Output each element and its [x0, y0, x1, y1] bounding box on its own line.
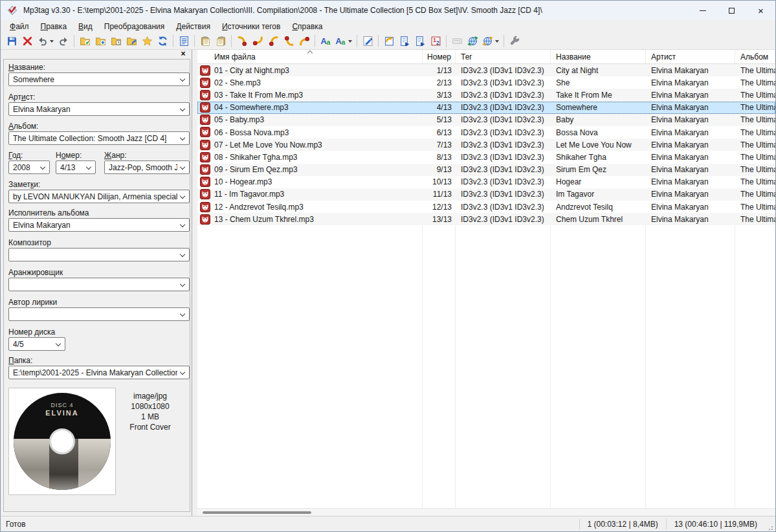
comment-combobox[interactable]: by LEVON MANUKYAN Dilijan, Armenia speci… — [8, 190, 190, 203]
album-art[interactable]: DISC 4 ELVINA — [8, 388, 116, 495]
menu-actions[interactable]: Действия — [170, 21, 216, 32]
column-header-3[interactable]: Тег — [456, 50, 551, 63]
menu-file[interactable]: Файл — [4, 21, 35, 32]
convert-tag-tag-icon[interactable] — [296, 34, 312, 49]
dropdown-arrow-icon[interactable] — [50, 40, 54, 43]
favorite-directories-icon[interactable] — [139, 34, 155, 49]
create-playlist-icon[interactable] — [397, 34, 412, 49]
file-row-7[interactable]: 07 - Let Me Love You Now.mp37/13ID3v2.3 … — [197, 139, 775, 151]
dropdown-arrow-icon[interactable] — [348, 40, 352, 43]
convert-textfile-tag-icon[interactable] — [281, 34, 296, 49]
svg-text:a: a — [342, 38, 346, 46]
column-label: Альбом — [740, 52, 768, 61]
file-cell: 02 - She.mp3 — [197, 76, 423, 89]
column-header-5[interactable]: Артист — [646, 50, 735, 63]
track-cell: 4/13 — [423, 102, 456, 114]
add-directory-icon[interactable] — [93, 34, 108, 49]
file-row-2[interactable]: 02 - She.mp32/13ID3v2.3 (ID3v1 ID3v2.3)S… — [197, 76, 775, 89]
convert-filename-tag-icon[interactable] — [250, 34, 265, 49]
year-combobox[interactable]: 2008 — [8, 161, 50, 174]
track-value: 4/13 — [60, 163, 83, 172]
file-row-5[interactable]: 05 - Baby.mp35/13ID3v2.3 (ID3v1 ID3v2.3)… — [197, 114, 775, 126]
maximize-button[interactable] — [717, 1, 746, 20]
column-header-2[interactable]: Номер — [423, 50, 456, 63]
file-row-12[interactable]: 12 - Andzrevot Tesilq.mp312/13ID3v2.3 (I… — [197, 201, 775, 213]
panel-splitter[interactable] — [193, 50, 197, 516]
import-directory-icon[interactable] — [124, 34, 139, 49]
save-tag-icon[interactable] — [4, 34, 19, 49]
track-cell: 12/13 — [423, 201, 456, 213]
menu-help[interactable]: Справка — [286, 21, 328, 32]
convert-filename-filename-icon[interactable] — [265, 34, 281, 49]
file-row-4[interactable]: 04 - Somewhere.mp34/13ID3v2.3 (ID3v1 ID3… — [197, 102, 775, 114]
extended-tags-icon[interactable] — [176, 34, 192, 49]
mp3-file-icon — [200, 65, 210, 76]
file-row-1[interactable]: 01 - City at Night.mp31/13ID3v2.3 (ID3v1… — [197, 64, 775, 76]
column-header-1[interactable]: Имя файла — [197, 50, 423, 63]
export-icon[interactable] — [381, 34, 397, 49]
album-combobox[interactable]: The Ultimate Collection: Smooth Jazz [CD… — [8, 131, 190, 145]
album-cell: The Ultimate Collection: Smooth Jazz [CD… — [735, 126, 775, 139]
dropdown-arrow-icon[interactable] — [495, 40, 499, 43]
minimize-button[interactable] — [688, 1, 717, 20]
file-row-6[interactable]: 06 - Bossa Nova.mp36/13ID3v2.3 (ID3v1 ID… — [197, 126, 775, 139]
menu-tag-sources[interactable]: Источники тегов — [216, 21, 286, 32]
arranger-combobox[interactable] — [8, 278, 190, 291]
genre-combobox[interactable]: Jazz-Pop, Smooth Jazz — [104, 161, 190, 174]
tag-panel: × Название:SomewhereАртист:Elvina Makary… — [1, 50, 192, 516]
paste-tag-icon[interactable] — [213, 34, 228, 49]
disc-label-line2: ELVINA — [14, 409, 111, 417]
tag-cell: ID3v2.3 (ID3v1 ID3v2.3) — [456, 102, 551, 114]
maximize-icon — [729, 8, 735, 14]
tag-panel-close-button[interactable]: × — [179, 50, 188, 59]
redo-icon[interactable] — [56, 34, 71, 49]
options-icon[interactable] — [507, 34, 522, 49]
composer-combobox[interactable] — [8, 248, 190, 261]
recent-directories-icon[interactable] — [108, 34, 124, 49]
track-cell: 6/13 — [423, 126, 456, 139]
file-row-9[interactable]: 09 - Sirum Em Qez.mp39/13ID3v2.3 (ID3v1 … — [197, 164, 775, 176]
column-header-6[interactable]: Альбом — [735, 50, 775, 63]
remove-tag-icon[interactable] — [19, 34, 35, 49]
album_artist-combobox[interactable]: Elvina Makaryan — [8, 218, 190, 232]
file-row-8[interactable]: 08 - Shikaher Tgha.mp38/13ID3v2.3 (ID3v1… — [197, 151, 775, 163]
file-row-10[interactable]: 10 - Hogear.mp310/13ID3v2.3 (ID3v1 ID3v2… — [197, 176, 775, 188]
refresh-icon[interactable] — [155, 34, 170, 49]
file-row-3[interactable]: 03 - Take It From Me.mp33/13ID3v2.3 (ID3… — [197, 89, 775, 101]
chevron-down-icon — [180, 370, 185, 375]
scrollbar-thumb[interactable] — [203, 511, 311, 514]
case-conversion-icon[interactable]: Aa — [318, 34, 333, 49]
lyricist-combobox[interactable] — [8, 307, 190, 321]
file-row-11[interactable]: 11 - Im Tagavor.mp311/13ID3v2.3 (ID3v1 I… — [197, 188, 775, 201]
artist-combobox[interactable]: Elvina Makaryan — [8, 102, 190, 116]
convert-tag-filename-icon[interactable] — [234, 34, 250, 49]
horizontal-scrollbar[interactable] — [197, 508, 775, 516]
field-folder-label: Папка: — [8, 356, 32, 365]
column-header-4[interactable]: Название — [551, 50, 646, 63]
track-combobox[interactable]: 4/13 — [56, 161, 96, 174]
menu-convert[interactable]: Преобразования — [98, 21, 171, 32]
edit-tag-icon[interactable] — [360, 34, 375, 49]
close-button[interactable]: × — [746, 1, 775, 20]
change-directory-icon[interactable] — [77, 34, 93, 49]
svg-text:a: a — [326, 38, 330, 46]
disc-combobox[interactable]: 4/5 — [8, 337, 65, 351]
create-playlist-per-folder-icon[interactable] — [412, 34, 428, 49]
artist-cell: Elvina Makaryan — [646, 126, 735, 139]
cover-dimensions: 1080x1080 — [120, 401, 180, 412]
numbering-wizard-icon[interactable]: 12 — [428, 34, 443, 49]
menu-view[interactable]: Вид — [72, 21, 98, 32]
resize-grip[interactable] — [765, 522, 774, 531]
title-combobox[interactable]: Somewhere — [8, 72, 190, 86]
web-sources-icon[interactable] — [465, 34, 480, 49]
album-cell: The Ultimate Collection: Smooth Jazz [CD… — [735, 89, 775, 101]
folder-combobox[interactable]: E:\temp\2001-2025 - Elvina Makaryan Coll… — [8, 366, 190, 379]
actions-menu-icon[interactable]: Aa — [333, 34, 354, 49]
file-row-13[interactable]: 13 - Chem Uzum Tkhrel.mp313/13ID3v2.3 (I… — [197, 213, 775, 225]
undo-icon[interactable] — [35, 34, 56, 49]
menu-edit[interactable]: Правка — [35, 21, 73, 32]
svg-text:A: A — [320, 36, 326, 46]
tag-cell: ID3v2.3 (ID3v1 ID3v2.3) — [456, 64, 551, 76]
copy-tag-icon[interactable] — [197, 34, 213, 49]
web-sources-menu-icon[interactable] — [480, 34, 501, 49]
